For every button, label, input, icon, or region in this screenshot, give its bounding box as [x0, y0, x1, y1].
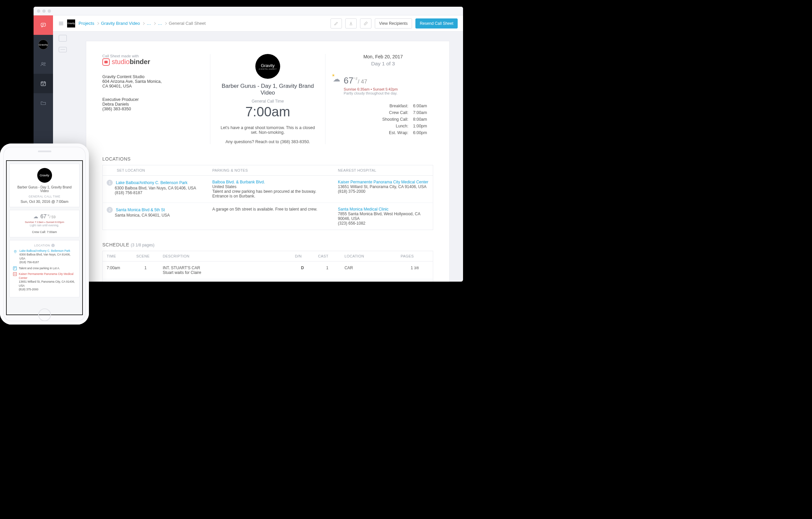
phone-location-label: LOCATION [34, 244, 50, 247]
hospital-link[interactable]: Kaiser Permanente Panorama City Medical … [338, 180, 428, 184]
pencil-icon [334, 21, 339, 26]
ep-label: Executive Producer [102, 97, 203, 102]
parking-link[interactable]: Balboa Blvd. & Burbank Blvd. [212, 180, 265, 184]
company-name: Gravity Content Studio [102, 74, 203, 79]
resend-button[interactable]: Resend Call Sheet [415, 19, 458, 29]
sun-times: Sunrise 6:35am • Sunset 5:42pm [344, 87, 398, 91]
chat-icon [40, 22, 47, 29]
phone-wx-desc: Light rain until evening. [13, 224, 76, 227]
phone-sun: Sunrise 7:13am • Sunset 6:03pm [13, 221, 76, 224]
phone-parking-note: Talent and crew parking in Lot A. [19, 267, 60, 270]
weather-icon: ☁ [33, 214, 38, 220]
gravity-icon: Gravity [38, 39, 48, 50]
table-row: 7:00am 1 INT. STUART'S CARStuart waits f… [103, 262, 433, 279]
phone-screen[interactable]: Gravity Barber Gurus - Day 1, Gravity Br… [6, 160, 83, 315]
edit-button[interactable] [330, 19, 342, 29]
phone-gct-label: GENERAL CALL TIME [13, 195, 76, 198]
note2: Any questions? Reach out to (368) 383-83… [218, 140, 318, 144]
link-icon [364, 21, 368, 26]
window-dot[interactable] [48, 9, 51, 13]
weather-desc: Partly cloudy throughout the day. [344, 91, 398, 95]
parking-icon: P [13, 267, 17, 270]
browser-window: Gravity Gravity Projects Gravity Brand V… [34, 7, 463, 282]
table-row: 10:00am 3 EXT. NEIGHBORHOODStuart meets … [103, 279, 433, 282]
breadcrumb: Projects Gravity Brand Video … … General… [79, 21, 327, 26]
pin-icon [13, 249, 18, 265]
view-desktop[interactable] [59, 35, 67, 41]
schedule-times: Breakfast:6:00am Crew Call:7:00am Shooti… [333, 102, 433, 136]
set-location-link[interactable]: Santa Monica Blvd & 5th St [116, 208, 165, 212]
locations-table: SET LOCATION PARKING & NOTES NEAREST HOS… [102, 165, 433, 230]
phone-set-link[interactable]: Lake Balboa/Anthony C. Beilenson Park [20, 249, 70, 252]
phone-hospital-link[interactable]: Kaiser Permanente Panorama City Medical … [19, 272, 74, 279]
locations-heading: LOCATIONS [102, 156, 433, 162]
app-logo[interactable] [34, 16, 53, 35]
people-icon [40, 61, 47, 67]
phone-crew-call: Crew Call: 7:00am [13, 230, 76, 234]
made-with-label: Call Sheet made with [102, 54, 203, 58]
project-logo: GravityA DIGITAL AGENCY [255, 54, 280, 79]
phone-temp: 67° F/ 59 [40, 214, 55, 220]
hospital-icon: H [13, 272, 17, 276]
crumb-ellipsis[interactable]: … [147, 21, 151, 26]
link-button[interactable] [360, 19, 372, 29]
svg-point-1 [41, 62, 43, 64]
view-recipients-button[interactable]: View Recipients [375, 19, 412, 29]
download-button[interactable] [345, 19, 357, 29]
sheet-title: Barber Gurus - Day 1, Gravity Brand Vide… [218, 83, 318, 96]
schedule-heading: SCHEDULE (3 1/8 pages) [102, 242, 433, 247]
schedule-table: TIME SCENE DESCRIPTION D/N CAST LOCATION… [102, 251, 433, 282]
window-titlebar [34, 7, 463, 16]
set-location-link[interactable]: Lake Balboa/Anthony C. Beilenson Park [116, 180, 187, 185]
folder-icon [40, 99, 47, 106]
crumb-current: General Call Sheet [169, 21, 206, 26]
location-number: 1 [107, 180, 113, 186]
crumb-projects[interactable]: Projects [79, 21, 94, 26]
ep-phone: (386) 383-8350 [102, 106, 203, 111]
topbar: Gravity Projects Gravity Brand Video … …… [53, 16, 463, 32]
rail-item-project[interactable]: Gravity [34, 35, 53, 54]
weather-icon: ☁ [333, 75, 340, 83]
phone-preview: Gravity Barber Gurus - Day 1, Gravity Br… [0, 144, 89, 325]
shoot-date: Mon, Feb 20, 2017 [333, 54, 433, 59]
crumb-ellipsis[interactable]: … [158, 21, 162, 26]
menu-icon[interactable] [58, 21, 64, 26]
studiobinder-logo: studiobinder [102, 58, 203, 66]
download-icon [349, 21, 353, 26]
weather-temp: 67° F/ 47 [344, 75, 398, 86]
table-row: 1 Lake Balboa/Anthony C. Beilenson Park … [103, 176, 433, 203]
gravity-icon: Gravity [37, 168, 52, 183]
hospital-link[interactable]: Santa Monica Medical Clinic [338, 207, 388, 212]
info-icon[interactable]: i [51, 244, 55, 247]
window-dot[interactable] [42, 9, 46, 13]
shoot-day: Day 1 of 3 [333, 61, 433, 67]
call-sheet: Call Sheet made with studiobinder Gravit… [86, 41, 450, 282]
company-addr2: CA 90401, USA [102, 84, 203, 89]
calendar-check-icon [40, 80, 47, 87]
company-addr1: 604 Arizona Ave, Santa Monica, [102, 79, 203, 84]
svg-point-2 [44, 63, 45, 64]
gct-value: 7:00am [218, 104, 318, 119]
svg-point-4 [15, 251, 16, 251]
phone-title: Barber Gurus - Day 1, Gravity Brand Vide… [13, 185, 76, 193]
rail-item-files[interactable] [34, 93, 53, 113]
svg-rect-3 [41, 82, 45, 86]
ep-name: Debra Daniels [102, 102, 203, 106]
view-inbox[interactable] [59, 47, 67, 52]
svg-rect-0 [41, 23, 45, 26]
table-row: 2 Santa Monica Blvd & 5th St Santa Monic… [103, 203, 433, 230]
gct-label: General Call Time [218, 99, 318, 103]
chat-icon [102, 58, 110, 66]
rail-item-people[interactable] [34, 54, 53, 74]
note1: Let's have a great shoot tomorrow. This … [218, 125, 318, 135]
crumb-project[interactable]: Gravity Brand Video [101, 21, 140, 26]
sheet-scroll[interactable]: Call Sheet made with studiobinder Gravit… [72, 32, 463, 282]
location-number: 2 [107, 207, 113, 213]
project-chip[interactable]: Gravity [67, 20, 75, 28]
rail-item-callsheets[interactable] [34, 74, 53, 93]
phone-date: Sun, Oct 30, 2016 @ 7:00am [13, 200, 76, 204]
window-dot[interactable] [37, 9, 40, 13]
